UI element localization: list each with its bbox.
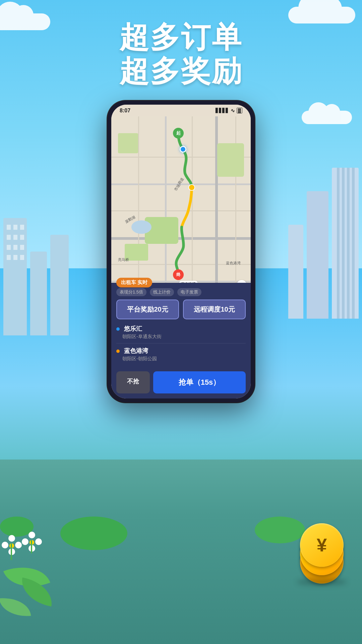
wifi-icon: ∿ xyxy=(231,108,235,114)
mid-marker xyxy=(188,184,195,191)
reward-btn-2[interactable]: 远程调度10元 xyxy=(183,300,246,319)
tag-2: 线上计价 xyxy=(150,288,174,296)
tags-row: 表现分1.5倍 线上计价 电子发票 xyxy=(111,288,251,296)
location-2-addr: 朝阳区-朝阳公园 xyxy=(116,356,246,362)
current-marker xyxy=(180,146,186,153)
phone-frame: 8:07 ▋▋▋▋ ∿ ▓ xyxy=(107,101,255,402)
end-marker: 终 xyxy=(173,269,184,280)
signal-icon: ▋▋▋▋ xyxy=(216,108,229,113)
tag-1: 表现分1.5倍 xyxy=(116,288,146,296)
buildings-right xyxy=(295,117,362,319)
action-buttons: 不抢 抢单（15s） xyxy=(111,371,251,393)
decline-button[interactable]: 不抢 xyxy=(116,371,150,393)
taxi-badge: 出租车 实时 xyxy=(116,278,152,287)
location-1-addr: 朝阳区-阜通东大街 xyxy=(116,334,246,340)
buildings-left xyxy=(0,134,67,335)
bottom-panel: 出租车 实时 表现分1.5倍 线上计价 电子发票 平台奖励20元 远程调度10元 xyxy=(111,283,251,398)
status-time: 8:07 xyxy=(120,108,130,114)
title-line2: 超多奖励 xyxy=(0,54,362,88)
status-bar: 8:07 ▋▋▋▋ ∿ ▓ xyxy=(111,105,251,116)
location-1-dot xyxy=(116,327,120,331)
location-item-1: 悠乐汇 朝阳区-阜通东大街 xyxy=(116,321,246,343)
location-2-dot xyxy=(116,350,120,353)
phone-screen: 8:07 ▋▋▋▋ ∿ ▓ xyxy=(111,105,251,398)
reward-row: 平台奖励20元 远程调度10元 xyxy=(111,300,251,319)
status-icons: ▋▋▋▋ ∿ ▓ xyxy=(216,108,242,114)
coins-decoration: ¥ ¥ xyxy=(295,530,349,584)
battery-icon: ▓ xyxy=(237,108,242,113)
tag-3: 电子发票 xyxy=(177,288,201,296)
title-area: 超多订单 超多奖励 xyxy=(0,20,362,88)
reward-btn-1[interactable]: 平台奖励20元 xyxy=(116,300,179,319)
location-list: 悠乐汇 朝阳区-阜通东大街 蓝色港湾 朝阳区-朝阳公园 xyxy=(111,321,251,365)
accept-button[interactable]: 抢单（15s） xyxy=(153,371,246,393)
location-item-2: 蓝色港湾 朝阳区-朝阳公园 xyxy=(116,343,246,365)
location-2-name: 蓝色港湾 xyxy=(116,347,246,355)
location-1-name: 悠乐汇 xyxy=(116,325,246,333)
title-line1: 超多订单 xyxy=(0,20,362,54)
start-marker: 起 xyxy=(173,128,184,139)
map-area[interactable]: 市场商道 菜鹅湖 亮马桥 蓝色港湾 起 xyxy=(111,116,251,294)
route-svg xyxy=(111,116,251,294)
phone-mockup: 8:07 ▋▋▋▋ ∿ ▓ xyxy=(107,101,255,402)
